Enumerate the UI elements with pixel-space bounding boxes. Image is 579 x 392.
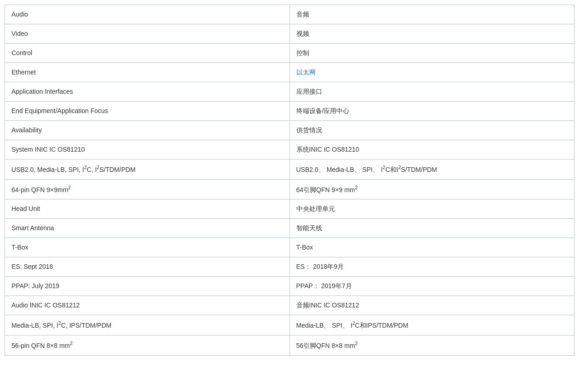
col1-cell: PPAP: July 2019: [5, 277, 290, 296]
table-row: Smart Antenna智能天线: [5, 219, 574, 238]
table-row: Media-LB, SPI, I2C, IPS/TDM/PDMMedia-LB、…: [5, 315, 574, 335]
col1-cell: Control: [5, 44, 290, 63]
col2-cell: 64引脚QFN 9×9 mm2: [290, 179, 574, 199]
col2-cell: 音频INIC IC OS81212: [290, 296, 574, 315]
col1-cell: T-Box: [5, 238, 290, 257]
col2-cell: 中央处理单元: [290, 199, 574, 219]
col2-cell: 供货情况: [290, 121, 574, 140]
col2-cell: 终端设备/应用中心: [290, 102, 574, 121]
col2-cell: 应用接口: [290, 82, 574, 102]
col1-cell: ES: Sept 2018: [5, 257, 290, 277]
col1-cell: Audio INIC IC OS81212: [5, 296, 290, 315]
col1-cell: Video: [5, 24, 290, 44]
col1-cell: 56-pin QFN 8×8 mm2: [5, 335, 290, 355]
col2-cell: 音频: [290, 5, 574, 24]
col1-cell: 64-pin QFN 9×9mm2: [5, 179, 290, 199]
table-row: PPAP: July 2019PPAP： 2019年7月: [5, 277, 574, 296]
col1-cell: Smart Antenna: [5, 219, 290, 238]
col2-cell: 控制: [290, 44, 574, 63]
table-row: Head Unit中央处理单元: [5, 199, 574, 219]
col1-cell: Application Interfaces: [5, 82, 290, 102]
col2-cell: USB2.0、 Media-LB、 SPI、 I2C和I2S/TDM/PDM: [290, 159, 574, 180]
col2-cell: Media-LB、 SPI、 I2C和IPS/TDM/PDM: [290, 315, 574, 335]
col2-cell: T-Box: [290, 238, 574, 257]
col2-cell: 以太网: [290, 63, 574, 82]
table-row: Audio音频: [5, 5, 574, 24]
col1-cell: USB2.0, Media-LB, SPI, I2C, I2S/TDM/PDM: [5, 159, 290, 180]
col2-cell: 智能天线: [290, 219, 574, 238]
col1-cell: Availability: [5, 121, 290, 140]
table-row: T-BoxT-Box: [5, 238, 574, 257]
table-row: End Equipment/Application Focus终端设备/应用中心: [5, 102, 574, 121]
col1-cell: End Equipment/Application Focus: [5, 102, 290, 121]
col1-cell: System INIC IC OS81210: [5, 140, 290, 159]
col1-cell: Ethernet: [5, 63, 290, 82]
col2-cell: 视频: [290, 24, 574, 44]
col1-cell: Audio: [5, 5, 290, 24]
table-row: USB2.0, Media-LB, SPI, I2C, I2S/TDM/PDMU…: [5, 159, 574, 180]
table-row: Audio INIC IC OS81212音频INIC IC OS81212: [5, 296, 574, 315]
table-row: Video视频: [5, 24, 574, 44]
table-row: Availability供货情况: [5, 121, 574, 140]
table-row: System INIC IC OS81210系统INIC IC OS81210: [5, 140, 574, 159]
ethernet-link[interactable]: 以太网: [296, 68, 316, 76]
col1-cell: Media-LB, SPI, I2C, IPS/TDM/PDM: [5, 315, 290, 335]
table-row: 64-pin QFN 9×9mm264引脚QFN 9×9 mm2: [5, 179, 574, 199]
col2-cell: 系统INIC IC OS81210: [290, 140, 574, 159]
data-table: Audio音频Video视频Control控制Ethernet以太网Applic…: [5, 5, 574, 356]
table-row: Application Interfaces应用接口: [5, 82, 574, 102]
table-row: Control控制: [5, 44, 574, 63]
table-row: 56-pin QFN 8×8 mm256引脚QFN 8×8 mm2: [5, 335, 574, 355]
col2-cell: 56引脚QFN 8×8 mm2: [290, 335, 574, 355]
col2-cell: PPAP： 2019年7月: [290, 277, 574, 296]
col2-cell: ES： 2018年9月: [290, 257, 574, 277]
main-container: Audio音频Video视频Control控制Ethernet以太网Applic…: [0, 0, 579, 360]
col1-cell: Head Unit: [5, 199, 290, 219]
table-row: Ethernet以太网: [5, 63, 574, 82]
table-row: ES: Sept 2018ES： 2018年9月: [5, 257, 574, 277]
